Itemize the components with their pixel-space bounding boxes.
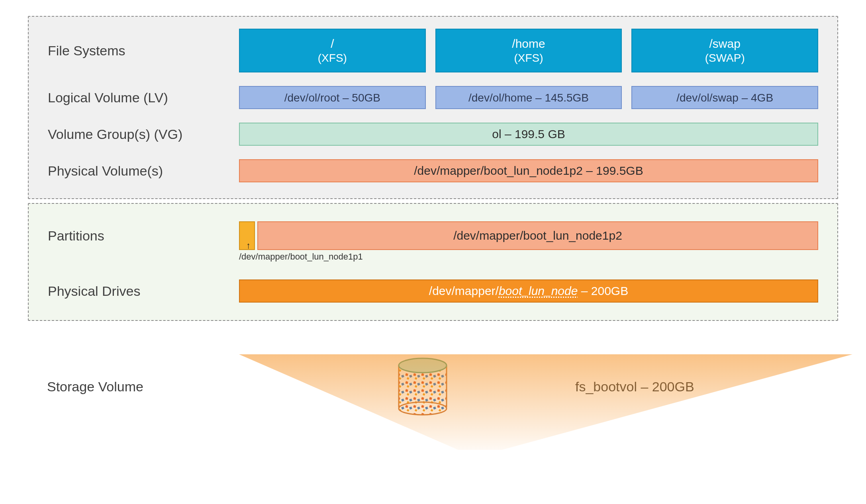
physical-drive-prefix: /dev/mapper/ [429, 284, 499, 297]
storage-cylinder-icon [397, 357, 449, 416]
vg-ol-label: ol – 199.5 GB [492, 127, 565, 142]
lv-root-label: /dev/ol/root – 50GB [284, 91, 380, 105]
fs-swap: /swap (SWAP) [631, 29, 818, 72]
row-storage-volume: Storage Volume fs_bootvol – 200GB [28, 357, 838, 416]
partition-p1-annotation-row: ↑ /dev/mapper/boot_lun_node1p1 [48, 252, 818, 279]
row-partitions: Partitions /dev/mapper/boot_lun_node1p2 [48, 221, 818, 250]
lv-home-label: /dev/ol/home – 145.5GB [468, 91, 589, 105]
fs-root: / (XFS) [239, 29, 426, 72]
row-logical-volume: Logical Volume (LV) /dev/ol/root – 50GB … [48, 86, 818, 109]
lv-home: /dev/ol/home – 145.5GB [435, 86, 622, 109]
fs-swap-mount: /swap [709, 36, 740, 51]
physical-drive: /dev/mapper/boot_lun_node – 200GB [239, 279, 818, 303]
fs-home-mount: /home [512, 36, 545, 51]
pv-boot-lun-label: /dev/mapper/boot_lun_node1p2 – 199.5GB [414, 163, 643, 178]
partition-p1-annotation-text: /dev/mapper/boot_lun_node1p1 [239, 252, 363, 262]
arrow-up-icon: ↑ [246, 240, 251, 251]
row-physical-volume: Physical Volume(s) /dev/mapper/boot_lun_… [48, 159, 818, 182]
fs-swap-type: (SWAP) [705, 51, 745, 65]
fs-home-type: (XFS) [514, 51, 543, 65]
drive-content: /dev/mapper/boot_lun_node – 200GB [239, 279, 818, 303]
svg-point-7 [399, 358, 447, 373]
lvm-layers-panel: File Systems / (XFS) /home (XFS) /swap (… [28, 16, 838, 199]
label-partitions: Partitions [48, 228, 239, 244]
lv-swap: /dev/ol/swap – 4GB [631, 86, 818, 109]
vg-ol: ol – 199.5 GB [239, 123, 818, 146]
fs-root-mount: / [331, 36, 334, 51]
label-file-systems: File Systems [48, 43, 239, 59]
partition-p1-annotation: ↑ /dev/mapper/boot_lun_node1p1 [239, 252, 363, 262]
partitions-content: /dev/mapper/boot_lun_node1p2 [239, 221, 818, 250]
storage-volume-label: fs_bootvol – 200GB [575, 379, 838, 395]
svg-point-6 [399, 402, 447, 415]
partition-p2: /dev/mapper/boot_lun_node1p2 [257, 221, 818, 250]
pv-boot-lun: /dev/mapper/boot_lun_node1p2 – 199.5GB [239, 159, 818, 182]
label-volume-group: Volume Group(s) (VG) [48, 127, 239, 142]
file-systems-content: / (XFS) /home (XFS) /swap (SWAP) [239, 29, 818, 72]
lv-swap-label: /dev/ol/swap – 4GB [676, 91, 773, 105]
label-logical-volume: Logical Volume (LV) [48, 90, 239, 105]
row-file-systems: File Systems / (XFS) /home (XFS) /swap (… [48, 29, 818, 72]
physical-drive-name: boot_lun_node [499, 284, 578, 297]
label-physical-volume: Physical Volume(s) [48, 163, 239, 179]
lv-root: /dev/ol/root – 50GB [239, 86, 426, 109]
physical-drive-suffix: – 200GB [578, 284, 628, 297]
pv-content: /dev/mapper/boot_lun_node1p2 – 199.5GB [239, 159, 818, 182]
label-storage-volume: Storage Volume [28, 379, 270, 395]
row-volume-group: Volume Group(s) (VG) ol – 199.5 GB [48, 123, 818, 146]
fs-home: /home (XFS) [435, 29, 622, 72]
row-physical-drives: Physical Drives /dev/mapper/boot_lun_nod… [48, 279, 818, 303]
storage-volume-cylinder-wrap [270, 357, 575, 416]
partition-p2-label: /dev/mapper/boot_lun_node1p2 [453, 228, 622, 243]
fs-root-type: (XFS) [318, 51, 347, 65]
disk-layers-panel: Partitions /dev/mapper/boot_lun_node1p2 … [28, 203, 838, 321]
vg-content: ol – 199.5 GB [239, 123, 818, 146]
lv-content: /dev/ol/root – 50GB /dev/ol/home – 145.5… [239, 86, 818, 109]
label-physical-drives: Physical Drives [48, 283, 239, 299]
physical-drive-label: /dev/mapper/boot_lun_node – 200GB [429, 283, 628, 299]
